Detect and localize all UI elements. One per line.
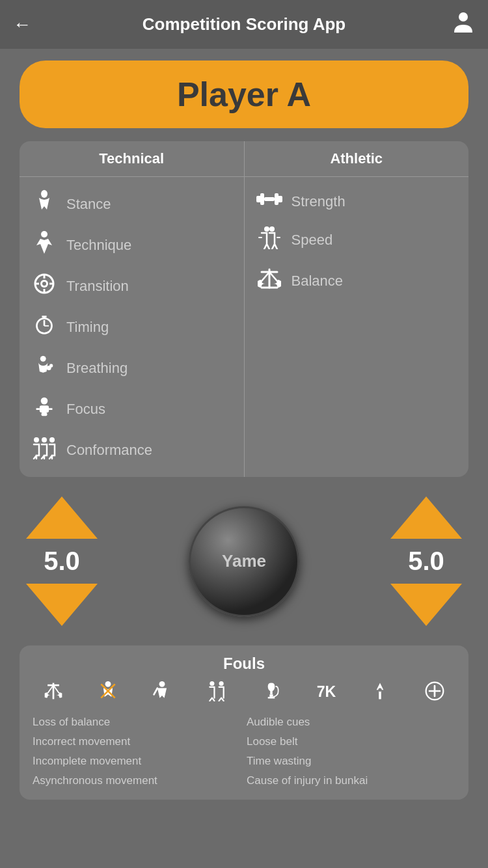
list-item[interactable]: Focus (20, 388, 244, 429)
svg-point-31 (264, 226, 269, 232)
grid-body: Stance Technique (20, 177, 468, 477)
yame-label: Yame (222, 551, 266, 571)
fouls-list: Loss of balance Incorrect movement Incom… (20, 712, 468, 791)
right-score-side: 5.0 (390, 496, 462, 626)
svg-point-44 (105, 681, 111, 687)
svg-line-43 (53, 685, 59, 693)
list-item: Loss of balance (30, 712, 244, 732)
timing-label: Timing (66, 319, 109, 336)
svg-point-18 (41, 398, 48, 405)
svg-point-24 (42, 437, 47, 442)
scoring-grid: Technical Athletic Stance (20, 141, 468, 477)
svg-point-49 (219, 681, 224, 686)
grid-header: Technical Athletic (20, 141, 468, 177)
stance-label: Stance (66, 196, 111, 213)
foul-7k-icon[interactable]: 7K (316, 681, 336, 706)
list-item[interactable]: Technique (20, 224, 244, 265)
foul-async-icon[interactable] (206, 681, 227, 706)
svg-rect-50 (269, 694, 273, 697)
list-item[interactable]: Stance (20, 183, 244, 224)
svg-point-25 (49, 437, 55, 442)
svg-line-37 (262, 272, 269, 281)
technical-col: Stance Technique (20, 177, 244, 477)
technique-icon (31, 231, 57, 259)
svg-point-23 (34, 437, 39, 442)
fouls-header: Fouls (20, 645, 468, 681)
app-title: Competition Scoring App (142, 14, 346, 34)
conformance-label: Conformance (66, 442, 152, 459)
athletic-header: Athletic (245, 141, 469, 176)
list-item[interactable]: Balance (245, 260, 469, 301)
list-item[interactable]: Speed (245, 219, 469, 260)
timing-icon (31, 313, 57, 341)
svg-point-32 (269, 226, 275, 232)
left-score-down-button[interactable] (26, 584, 98, 626)
foul-loose-belt-icon[interactable] (370, 681, 390, 706)
left-score-side: 5.0 (26, 496, 98, 626)
list-item: Audible cues (244, 712, 458, 732)
left-score-value: 5.0 (44, 547, 80, 576)
svg-rect-30 (264, 197, 275, 201)
right-score-value: 5.0 (408, 547, 444, 576)
svg-point-47 (159, 681, 165, 687)
svg-line-38 (269, 272, 277, 281)
player-name[interactable]: Player A (20, 61, 468, 128)
speed-icon (256, 226, 282, 254)
speed-label: Speed (291, 232, 333, 249)
list-item[interactable]: Timing (20, 306, 244, 347)
conformance-icon (31, 436, 57, 464)
balance-icon (256, 267, 282, 295)
svg-point-5 (42, 282, 46, 286)
svg-rect-28 (260, 193, 264, 205)
stance-icon (31, 190, 57, 218)
profile-icon[interactable] (452, 10, 475, 38)
list-item[interactable]: Strength (245, 183, 469, 219)
right-score-down-button[interactable] (390, 584, 462, 626)
fouls-right-col: Audible cues Loose belt Time wasting Cau… (244, 712, 458, 791)
list-item: Loose belt (244, 732, 458, 752)
list-item: Incomplete movement (30, 752, 244, 771)
breathing-icon (31, 354, 57, 382)
yame-button[interactable]: Yame (189, 506, 299, 617)
svg-point-2 (41, 231, 47, 237)
list-item: Asynchronous movement (30, 771, 244, 791)
header: ← Competition Scoring App (0, 0, 488, 49)
technique-label: Technique (66, 237, 131, 254)
foul-add-icon[interactable] (424, 681, 445, 706)
strength-label: Strength (291, 193, 346, 210)
list-item: Incorrect movement (30, 732, 244, 752)
svg-point-53 (379, 688, 382, 692)
list-item: Cause of injury in bunkai (244, 771, 458, 791)
foul-incorrect-movement-icon[interactable] (98, 681, 118, 706)
breathing-label: Breathing (66, 360, 128, 377)
fouls-left-col: Loss of balance Incorrect movement Incom… (30, 712, 244, 791)
foul-balance-icon[interactable] (43, 681, 64, 706)
foul-incomplete-movement-icon[interactable] (152, 681, 172, 706)
svg-rect-29 (275, 193, 278, 205)
svg-point-1 (41, 190, 47, 198)
score-controls: 5.0 Yame 5.0 (0, 483, 488, 639)
focus-label: Focus (66, 401, 105, 418)
right-score-up-button[interactable] (390, 496, 462, 539)
focus-icon (31, 395, 57, 423)
svg-point-0 (459, 12, 468, 21)
balance-label: Balance (291, 273, 344, 290)
back-button[interactable]: ← (13, 14, 31, 35)
athletic-col: Strength Speed (245, 177, 469, 477)
transition-icon (31, 272, 57, 300)
fouls-icons-row: 7K (20, 681, 468, 712)
svg-line-42 (47, 685, 53, 693)
foul-audible-cues-icon[interactable] (261, 681, 282, 706)
list-item: Time wasting (244, 752, 458, 771)
svg-point-48 (210, 681, 214, 686)
list-item[interactable]: Breathing (20, 347, 244, 388)
svg-point-17 (49, 364, 53, 367)
list-item[interactable]: Conformance (20, 429, 244, 470)
left-score-up-button[interactable] (26, 496, 98, 539)
transition-label: Transition (66, 278, 129, 295)
svg-rect-22 (42, 413, 47, 416)
svg-point-15 (40, 356, 46, 362)
technical-header: Technical (20, 141, 244, 176)
fouls-section: Fouls (20, 645, 468, 800)
list-item[interactable]: Transition (20, 265, 244, 306)
